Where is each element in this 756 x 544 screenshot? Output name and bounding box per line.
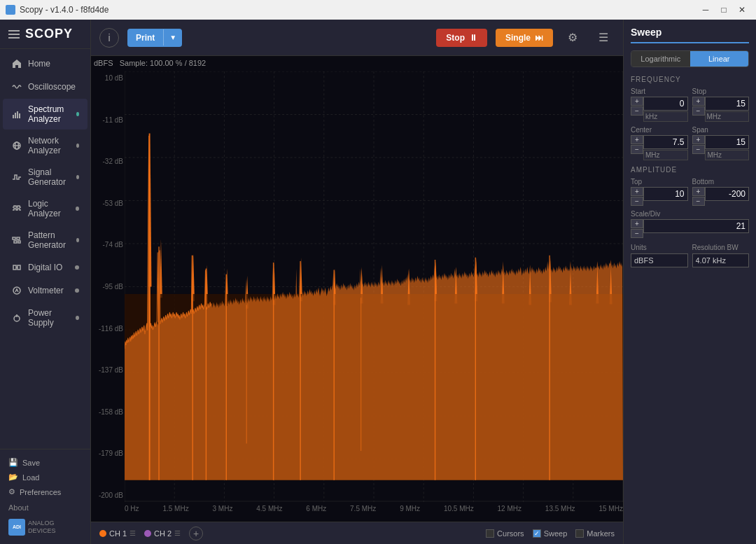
ch2-menu-icon[interactable]: ☰ (174, 529, 181, 537)
window-controls: ─ □ ✕ (697, 3, 750, 17)
bottom-decrement-button[interactable]: − (692, 197, 705, 206)
scale-decrement-button[interactable]: − (631, 229, 643, 238)
bottom-input[interactable] (705, 187, 750, 201)
main-content: i Print ▼ Stop ⏸ Single ⏭ ⚙ ☰ dBFS Sampl… (91, 20, 623, 544)
sidebar-item-network[interactable]: Network Analyzer (3, 130, 88, 161)
top-increment-button[interactable]: + (631, 187, 643, 196)
info-button[interactable]: i (99, 28, 119, 48)
ch1-indicator: CH 1 ☰ (99, 529, 136, 538)
sidebar-item-digital[interactable]: Digital IO (3, 256, 88, 279)
spectrum-chart-svg (125, 71, 623, 502)
menu-button[interactable]: ☰ (592, 27, 615, 49)
sidebar-item-spectrum[interactable]: Spectrum Analyzer (3, 99, 88, 130)
units-select[interactable]: dBFSdBVdBm (631, 253, 688, 267)
amplitude-section: AMPLITUDE Top + − Bo (631, 166, 749, 238)
sidebar-item-pattern[interactable]: Pattern Generator (3, 225, 88, 256)
single-play-icon: ⏭ (535, 33, 543, 43)
bottom-control: Bottom + − (692, 178, 750, 206)
load-button[interactable]: 📂 Load (8, 470, 82, 484)
maximize-button[interactable]: □ (715, 3, 732, 17)
settings-button[interactable]: ⚙ (561, 27, 584, 49)
sidebar: SCOPY Home Oscilloscope (0, 20, 91, 544)
scale-input[interactable] (643, 219, 749, 233)
close-button[interactable]: ✕ (734, 3, 750, 17)
preferences-button[interactable]: ⚙ Preferences (8, 484, 82, 499)
toolbar: i Print ▼ Stop ⏸ Single ⏭ ⚙ ☰ (91, 20, 623, 56)
markers-checkbox[interactable] (575, 529, 584, 538)
start-input[interactable] (643, 97, 688, 111)
start-control: Start + − kHzMHz (631, 88, 688, 122)
amplitude-grid: Top + − Bottom + (631, 178, 749, 206)
minimize-button[interactable]: ─ (697, 3, 714, 17)
sidebar-item-home[interactable]: Home (3, 53, 88, 75)
save-button[interactable]: 💾 Save (8, 455, 82, 470)
units-group: Units dBFSdBVdBm (631, 244, 688, 267)
about-text[interactable]: About (8, 499, 82, 516)
sidebar-item-voltmeter[interactable]: Voltmeter (3, 279, 88, 302)
top-decrement-button[interactable]: − (631, 197, 643, 206)
center-input[interactable] (643, 135, 688, 149)
power-indicator (76, 316, 79, 320)
ch1-menu-icon[interactable]: ☰ (130, 529, 136, 537)
svg-rect-7 (13, 237, 15, 239)
bottom-increment-button[interactable]: + (692, 187, 705, 196)
svg-rect-8 (17, 237, 20, 239)
span-unit: MHz (705, 150, 750, 160)
span-input[interactable] (705, 135, 750, 149)
sidebar-item-label-logic: Logic Analyzer (28, 199, 70, 218)
units-label: Units (631, 244, 688, 251)
hamburger-icon[interactable] (8, 30, 20, 39)
amplitude-section-title: AMPLITUDE (631, 166, 749, 174)
sidebar-item-power[interactable]: Power Supply (3, 302, 88, 333)
span-increment-button[interactable]: + (692, 135, 705, 144)
span-decrement-button[interactable]: − (692, 145, 705, 154)
stop-decrement-button[interactable]: − (692, 106, 705, 116)
top-input[interactable] (643, 187, 688, 201)
stop-input[interactable] (705, 97, 750, 111)
start-unit-select[interactable]: kHzMHz (643, 111, 688, 122)
sidebar-item-label-digital: Digital IO (28, 263, 62, 272)
cursors-label: Cursors (497, 529, 524, 538)
sidebar-item-signal[interactable]: Signal Generator (3, 162, 88, 193)
resolution-bw-select[interactable]: 4.07 kHz8.14 kHz (692, 253, 750, 267)
start-decrement-button[interactable]: − (631, 106, 643, 116)
start-increment-button[interactable]: + (631, 97, 643, 106)
sidebar-item-label-oscilloscope: Oscilloscope (28, 82, 76, 92)
center-decrement-button[interactable]: − (631, 145, 643, 154)
stop-increment-button[interactable]: + (692, 97, 705, 106)
sidebar-nav: Home Oscilloscope Spectrum (0, 49, 90, 449)
home-icon (11, 58, 22, 69)
cursors-checkbox[interactable] (486, 529, 494, 538)
add-channel-button[interactable]: + (189, 526, 203, 540)
preferences-icon: ⚙ (8, 487, 15, 496)
sweep-checkbox[interactable]: ✓ (533, 529, 541, 538)
sidebar-item-oscilloscope[interactable]: Oscilloscope (3, 76, 88, 98)
single-button[interactable]: Single ⏭ (496, 29, 553, 47)
top-control: Top + − (631, 178, 688, 206)
voltmeter-icon (11, 285, 22, 296)
sidebar-item-logic[interactable]: Logic Analyzer (3, 193, 88, 224)
voltmeter-indicator (75, 288, 79, 293)
sidebar-item-label-voltmeter: Voltmeter (28, 286, 64, 295)
frequency-grid: Start + − kHzMHz (631, 88, 749, 122)
tab-linear[interactable]: Linear (690, 51, 749, 67)
spectrum-indicator (76, 112, 79, 116)
chart-container: dBFS Sample: 100.00 % / 8192 10 dB -11 d… (91, 56, 623, 522)
ch2-dot (144, 530, 151, 537)
ch1-label: CH 1 (109, 529, 127, 538)
stop-unit-select[interactable]: MHzkHz (705, 111, 750, 122)
analog-devices-logo: ADI ANALOGDEVICES (8, 516, 82, 538)
signal-indicator (76, 175, 79, 179)
scale-increment-button[interactable]: + (631, 219, 643, 228)
center-increment-button[interactable]: + (631, 135, 643, 144)
logic-indicator (76, 207, 79, 211)
logo-text: SCOPY (25, 27, 73, 41)
stop-button[interactable]: Stop ⏸ (436, 29, 487, 47)
center-unit-select[interactable]: MHzkHz (643, 150, 688, 160)
ch2-indicator: CH 2 ☰ (144, 529, 181, 538)
tab-logarithmic[interactable]: Logarithmic (631, 51, 690, 67)
chart-x-axis: 0 Hz 1.5 MHz 3 MHz 4.5 MHz 6 MHz 7.5 MHz… (125, 502, 623, 522)
center-control: Center + − MHzkHz (631, 126, 688, 160)
print-button[interactable]: Print ▼ (127, 29, 182, 47)
title-bar: Scopy - v1.4.0 - f8fd4de ─ □ ✕ (0, 0, 756, 20)
